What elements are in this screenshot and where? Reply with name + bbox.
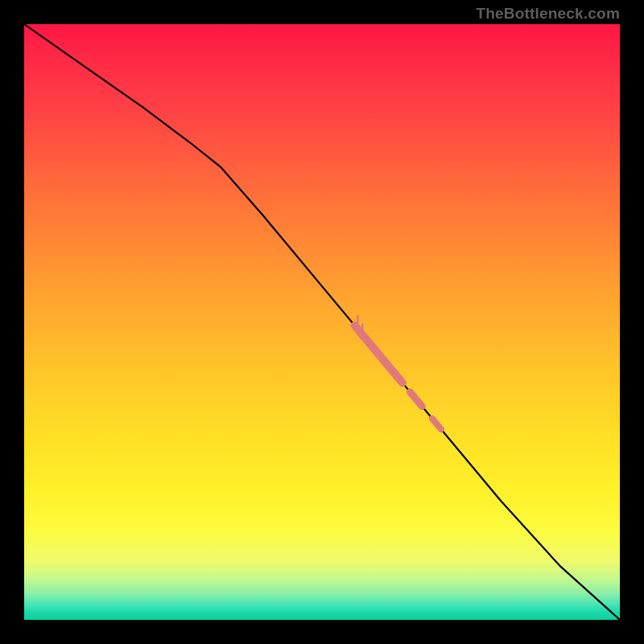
bottleneck-curve [24,24,620,620]
highlight-segment [355,316,441,429]
highlight-blob [432,419,441,429]
highlight-blob [355,325,402,382]
watermark-text: TheBottleneck.com [476,5,620,23]
chart-frame: TheBottleneck.com [0,0,644,644]
highlight-blob [411,392,423,407]
plot-area [24,24,620,620]
line-layer [24,24,620,620]
